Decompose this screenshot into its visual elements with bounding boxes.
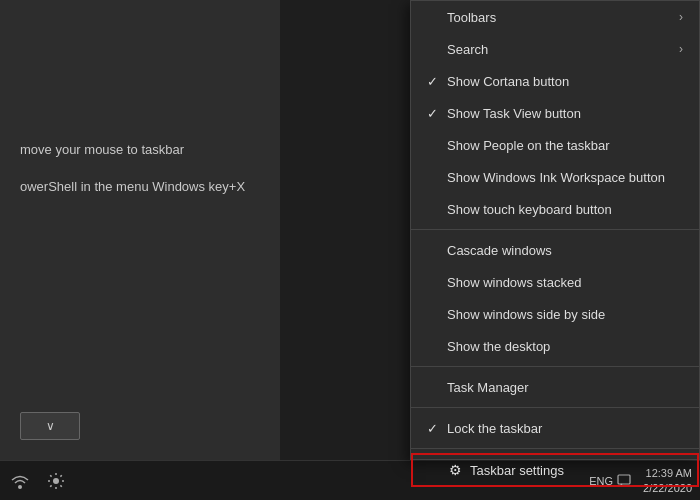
menu-item-taskbar-settings[interactable]: ⚙Taskbar settings: [411, 453, 699, 487]
menu-label-cascade: Cascade windows: [447, 243, 683, 258]
separator-after-lock-taskbar: [411, 448, 699, 449]
menu-item-side-by-side[interactable]: Show windows side by side: [411, 298, 699, 330]
dropdown-label: ∨: [46, 419, 55, 433]
left-panel: move your mouse to taskbar owerShell in …: [0, 0, 280, 500]
menu-check-show-task-view: ✓: [427, 106, 447, 121]
separator-after-show-keyboard: [411, 229, 699, 230]
menu-item-search[interactable]: Search›: [411, 33, 699, 65]
menu-item-stacked[interactable]: Show windows stacked: [411, 266, 699, 298]
menu-label-show-task-view: Show Task View button: [447, 106, 683, 121]
menu-label-show-people: Show People on the taskbar: [447, 138, 683, 153]
taskbar-left: [0, 469, 76, 493]
separator-after-desktop: [411, 366, 699, 367]
svg-point-0: [18, 485, 22, 489]
menu-item-task-manager[interactable]: Task Manager: [411, 371, 699, 403]
arrow-icon-toolbars: ›: [679, 10, 683, 24]
menu-item-show-task-view[interactable]: ✓Show Task View button: [411, 97, 699, 129]
dropdown-mock[interactable]: ∨: [20, 412, 80, 440]
menu-label-task-manager: Task Manager: [447, 380, 683, 395]
menu-label-stacked: Show windows stacked: [447, 275, 683, 290]
menu-item-desktop[interactable]: Show the desktop: [411, 330, 699, 362]
left-panel-text: move your mouse to taskbar owerShell in …: [20, 140, 260, 198]
taskbar-network-icon[interactable]: [8, 469, 32, 493]
menu-label-desktop: Show the desktop: [447, 339, 683, 354]
left-panel-line1: move your mouse to taskbar: [20, 140, 260, 161]
gear-icon: ⚙: [449, 462, 462, 478]
menu-item-show-keyboard[interactable]: Show touch keyboard button: [411, 193, 699, 225]
menu-label-lock-taskbar: Lock the taskbar: [447, 421, 683, 436]
menu-item-lock-taskbar[interactable]: ✓Lock the taskbar: [411, 412, 699, 444]
menu-label-side-by-side: Show windows side by side: [447, 307, 683, 322]
menu-label-taskbar-settings: ⚙Taskbar settings: [449, 462, 681, 478]
separator-after-task-manager: [411, 407, 699, 408]
svg-point-1: [53, 478, 59, 484]
menu-item-toolbars[interactable]: Toolbars›: [411, 1, 699, 33]
menu-label-show-ink: Show Windows Ink Workspace button: [447, 170, 683, 185]
menu-check-show-cortana: ✓: [427, 74, 447, 89]
menu-item-cascade[interactable]: Cascade windows: [411, 234, 699, 266]
arrow-icon-search: ›: [679, 42, 683, 56]
menu-item-show-people[interactable]: Show People on the taskbar: [411, 129, 699, 161]
taskbar-settings-icon[interactable]: [44, 469, 68, 493]
left-panel-line2: owerShell in the menu Windows key+X: [20, 177, 260, 198]
menu-check-lock-taskbar: ✓: [427, 421, 447, 436]
menu-item-show-ink[interactable]: Show Windows Ink Workspace button: [411, 161, 699, 193]
menu-label-toolbars: Toolbars: [447, 10, 679, 25]
context-menu: Toolbars›Search›✓Show Cortana button✓Sho…: [410, 0, 700, 460]
menu-label-show-keyboard: Show touch keyboard button: [447, 202, 683, 217]
menu-item-show-cortana[interactable]: ✓Show Cortana button: [411, 65, 699, 97]
menu-label-search: Search: [447, 42, 679, 57]
menu-label-show-cortana: Show Cortana button: [447, 74, 683, 89]
